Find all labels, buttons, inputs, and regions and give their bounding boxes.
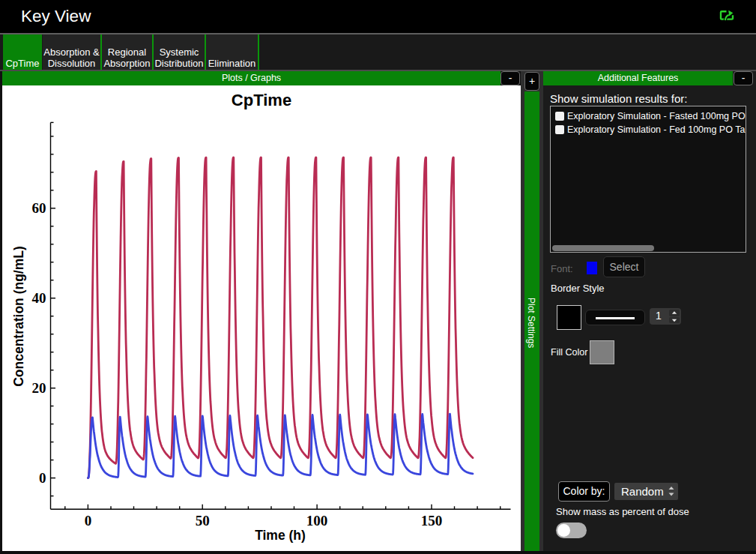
svg-text:Time (h): Time (h) [255, 528, 306, 543]
svg-text:CpTime: CpTime [232, 91, 291, 109]
svg-text:20: 20 [32, 380, 46, 396]
svg-text:Concentration (ng/mL): Concentration (ng/mL) [11, 246, 26, 387]
svg-text:0: 0 [85, 513, 92, 529]
svg-text:50: 50 [196, 513, 210, 529]
svg-text:150: 150 [421, 513, 443, 529]
svg-text:100: 100 [306, 513, 328, 529]
svg-text:60: 60 [32, 200, 46, 216]
svg-text:40: 40 [32, 290, 46, 306]
svg-text:0: 0 [39, 470, 46, 486]
